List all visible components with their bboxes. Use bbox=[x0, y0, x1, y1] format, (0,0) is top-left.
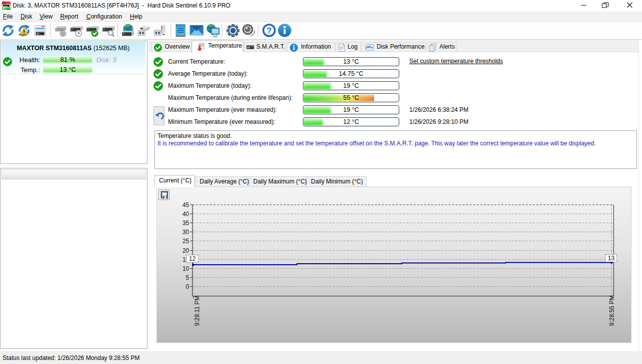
svg-text:5: 5 bbox=[186, 274, 189, 281]
svg-text:40: 40 bbox=[183, 211, 190, 218]
svg-text:30: 30 bbox=[183, 229, 190, 236]
svg-text:9:28:55 PM: 9:28:55 PM bbox=[608, 295, 615, 326]
svg-text:20: 20 bbox=[183, 247, 190, 254]
svg-text:25: 25 bbox=[183, 238, 190, 245]
svg-text:?: ? bbox=[266, 26, 271, 36]
svg-text:13: 13 bbox=[608, 255, 615, 262]
svg-text:10: 10 bbox=[183, 265, 190, 272]
svg-text:0: 0 bbox=[186, 283, 189, 290]
svg-text:12: 12 bbox=[189, 255, 196, 262]
svg-text:35: 35 bbox=[183, 220, 190, 227]
svg-text:9:28:11 PM: 9:28:11 PM bbox=[194, 296, 201, 326]
svg-text:45: 45 bbox=[183, 202, 190, 209]
